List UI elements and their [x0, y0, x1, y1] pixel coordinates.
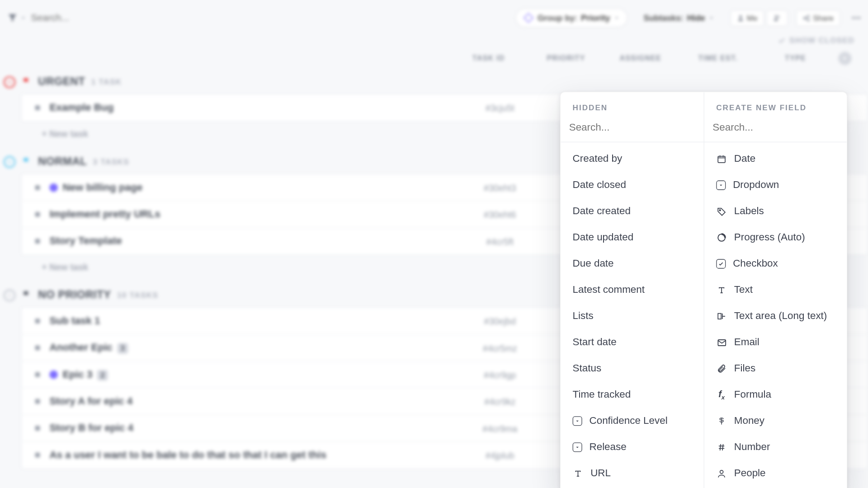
collapse-toggle[interactable] — [4, 289, 15, 301]
dropdown-box-icon — [573, 416, 582, 426]
group-name: NORMAL — [38, 155, 87, 168]
field-option-label: Lists — [573, 310, 594, 322]
subtask-count-badge: 2 — [97, 370, 108, 380]
calendar-icon — [716, 154, 727, 164]
drag-handle[interactable] — [35, 239, 40, 244]
group-header[interactable]: URGENT1 TASK — [0, 69, 868, 94]
field-option[interactable]: fxFormula — [704, 382, 847, 408]
field-option[interactable]: Files — [704, 356, 847, 382]
hidden-search-input[interactable] — [569, 122, 695, 133]
task-title[interactable]: New billing page — [62, 182, 458, 193]
field-option-label: Created by — [573, 153, 623, 165]
field-option[interactable]: Date closed — [561, 172, 703, 198]
field-option-label: Status — [573, 363, 602, 375]
col-priority[interactable]: PRIORITY — [530, 54, 602, 62]
group-task-count: 1 TASK — [91, 77, 122, 86]
field-option[interactable]: Text area (Long text) — [704, 303, 847, 329]
mail-icon — [716, 337, 727, 348]
me-button[interactable]: Me — [731, 10, 764, 26]
user-icon — [737, 14, 745, 22]
field-option[interactable]: Money — [704, 408, 847, 434]
task-title[interactable]: Epic 32 — [62, 369, 458, 380]
people-icon — [773, 14, 781, 22]
collapse-toggle[interactable] — [4, 156, 15, 168]
field-option[interactable]: Due date — [561, 251, 703, 277]
drag-handle[interactable] — [35, 105, 40, 110]
field-option-label: Files — [734, 363, 755, 375]
status-dot-icon — [49, 183, 57, 192]
task-title[interactable]: As a user I want to be bale to do that s… — [49, 449, 458, 461]
subtasks-dropdown[interactable]: Subtasks: Hide — [636, 9, 722, 27]
field-option-label: Progress (Auto) — [734, 232, 805, 244]
flag-icon — [21, 156, 32, 167]
group-by-dropdown[interactable]: Group by: Priority — [515, 8, 627, 27]
field-option[interactable]: Confidence Level — [561, 408, 703, 434]
subtask-count-badge: 3 — [117, 343, 128, 354]
field-option-label: URL — [590, 468, 611, 479]
people-button[interactable] — [766, 10, 788, 26]
col-type[interactable]: TYPE — [757, 54, 834, 62]
field-option[interactable]: Progress (Auto) — [704, 225, 847, 251]
field-option[interactable]: Date created — [561, 198, 703, 225]
field-option[interactable]: Dropdown — [704, 172, 847, 198]
drag-handle[interactable] — [35, 319, 40, 324]
task-title[interactable]: Story Template — [49, 235, 458, 247]
field-option[interactable]: Start date — [561, 329, 703, 356]
task-id: #4cr9kz — [458, 396, 542, 406]
field-option[interactable]: Release — [561, 434, 703, 460]
textarea-icon — [716, 311, 727, 322]
task-title[interactable]: Story B for epic 4 — [49, 422, 458, 434]
col-task-id[interactable]: TASK ID — [447, 54, 530, 62]
drag-handle[interactable] — [35, 345, 40, 350]
status-dot-icon — [49, 371, 57, 379]
drag-handle[interactable] — [35, 372, 40, 377]
field-option[interactable]: Lists — [561, 303, 703, 329]
field-option[interactable]: Text — [704, 277, 847, 303]
field-option[interactable]: Created by — [561, 146, 703, 172]
task-id: #4cr9ma — [458, 423, 542, 433]
field-option[interactable]: Status — [561, 356, 703, 382]
field-option[interactable]: Date — [704, 146, 847, 172]
task-title[interactable]: Sub task 1 — [49, 315, 458, 327]
drag-handle[interactable] — [35, 185, 40, 190]
field-option[interactable]: Latest comment — [561, 277, 703, 303]
dropdown-box-icon — [573, 442, 582, 452]
subtasks-value: Hide — [687, 13, 705, 23]
search-input[interactable] — [31, 13, 180, 23]
task-title[interactable]: Another Epic3 — [49, 342, 458, 354]
drag-handle[interactable] — [35, 212, 40, 217]
create-field-search-input[interactable] — [712, 122, 838, 133]
more-button[interactable] — [849, 10, 864, 25]
field-option-label: Number — [734, 441, 770, 453]
filter-button[interactable] — [7, 13, 26, 23]
field-option-label: Confidence Level — [590, 415, 668, 427]
col-time-est[interactable]: TIME EST. — [679, 54, 757, 62]
field-option[interactable]: Email — [704, 329, 847, 356]
flag-icon — [21, 290, 32, 300]
task-title[interactable]: Story A for epic 4 — [49, 395, 458, 407]
group-name: NO PRIORITY — [38, 289, 111, 301]
field-option[interactable]: People — [704, 460, 847, 487]
share-button[interactable]: Share — [796, 10, 840, 26]
show-closed-toggle[interactable]: SHOW CLOSED — [0, 36, 868, 48]
svg-point-6 — [852, 17, 854, 19]
field-option[interactable]: Number — [704, 434, 847, 460]
drag-handle[interactable] — [35, 426, 40, 431]
field-option[interactable]: Checkbox — [704, 251, 847, 277]
field-option[interactable]: Time tracked — [561, 382, 703, 408]
field-option[interactable]: URL — [561, 460, 703, 487]
field-option-label: Date — [734, 153, 755, 165]
field-option-label: Text — [734, 284, 753, 296]
task-title[interactable]: Example Bug — [49, 102, 458, 113]
field-option[interactable]: Date updated — [561, 225, 703, 251]
add-column-button[interactable]: + — [838, 52, 851, 65]
create-field-header: CREATE NEW FIELD — [704, 92, 847, 118]
collapse-toggle[interactable] — [4, 76, 15, 88]
drag-handle[interactable] — [35, 453, 40, 458]
task-id: #4cr5mz — [458, 343, 542, 353]
col-assignee[interactable]: ASSIGNEE — [602, 54, 679, 62]
drag-handle[interactable] — [35, 399, 40, 404]
field-option[interactable]: Labels — [704, 198, 847, 225]
task-title[interactable]: Implement pretty URLs — [49, 208, 458, 220]
svg-rect-11 — [8, 295, 11, 296]
